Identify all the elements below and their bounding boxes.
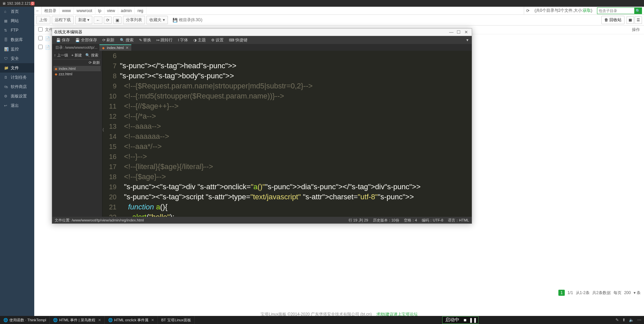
sidebar-item-退出[interactable]: ↩退出: [0, 101, 34, 110]
nav-back-button[interactable]: ←: [94, 16, 102, 24]
tab-close-icon[interactable]: ✕: [98, 318, 101, 322]
sidebar-label: FTP: [11, 28, 18, 33]
font-button[interactable]: I字体: [175, 37, 191, 43]
search-button[interactable]: 🔍: [634, 8, 642, 14]
tree-refresh-button[interactable]: ⟳ 刷新: [89, 60, 100, 65]
crumb-admin[interactable]: admin: [118, 7, 135, 15]
sidebar-label: 计划任务: [11, 75, 27, 80]
code-editor[interactable]: ⟨ 678910111213141516171819202122 "s-punc…: [102, 51, 472, 217]
tree-search-button[interactable]: 🔍 搜索: [85, 53, 98, 58]
replace-button[interactable]: ✎替换: [136, 37, 154, 43]
app-icon: BT: [161, 318, 166, 322]
close-button[interactable]: ✕: [462, 30, 470, 35]
crumb-www[interactable]: www: [59, 7, 74, 15]
tray-icon[interactable]: ⬆: [622, 318, 626, 322]
status-spaces[interactable]: 空格：4: [404, 218, 417, 223]
refresh-icon[interactable]: ⟳: [524, 7, 532, 14]
stop-recording-button[interactable]: ■: [463, 318, 467, 322]
new-button[interactable]: 新建 ▾: [75, 16, 92, 24]
dir-stats: (共0个目录与2个文件,大小:获取): [532, 8, 595, 13]
sidebar-item-网站[interactable]: ▦网站: [0, 16, 34, 26]
tab-close-icon[interactable]: ✕: [151, 318, 154, 322]
per-page-value[interactable]: 200: [624, 290, 631, 295]
crumb-view[interactable]: view: [104, 7, 118, 15]
taskbar-item[interactable]: 🌐使用函数 · ThinkTempl: [0, 316, 50, 324]
upload-button[interactable]: 上传: [36, 16, 50, 24]
tree-up-button[interactable]: ↑ 上一级: [54, 53, 68, 58]
font-icon: I: [178, 38, 179, 42]
crumb-tp[interactable]: tp: [95, 7, 104, 15]
tab-close-button[interactable]: ✕: [126, 46, 129, 50]
tray-icon[interactable]: 🔈: [629, 318, 634, 322]
menu-overflow-button[interactable]: ▾: [464, 38, 470, 42]
shortcut-button[interactable]: ⌨快捷键: [226, 37, 250, 43]
search-input[interactable]: [597, 8, 634, 14]
crumb-wwwroot[interactable]: wwwroot: [74, 7, 95, 15]
replace-icon: ✎: [139, 38, 142, 42]
file-tab[interactable]: ◆ index.html ✕: [99, 44, 131, 51]
sidebar-item-面板设置[interactable]: ⚙面板设置: [0, 91, 34, 101]
taskbar-item[interactable]: BT宝塔Linux面板: [158, 316, 194, 324]
back-button[interactable]: ←: [34, 7, 42, 14]
code-lines[interactable]: "s-punc"></"s-tag">head"s-punc">>"s-punc…: [120, 51, 472, 217]
goto-button[interactable]: ↦跳转行: [154, 37, 175, 43]
sidebar-item-计划任务[interactable]: 🗓计划任务: [0, 73, 34, 82]
view-list-button[interactable]: ☰: [635, 16, 642, 24]
editor-titlebar[interactable]: 在线文本编辑器 — ☐ ✕: [52, 29, 472, 36]
page-current[interactable]: 1: [558, 290, 565, 296]
sidebar-item-监控[interactable]: 📊监控: [0, 44, 34, 54]
tray-icon[interactable]: ⋯: [637, 318, 641, 322]
crumb-reg[interactable]: reg: [135, 7, 146, 15]
tray-icon[interactable]: ✎: [615, 318, 619, 322]
sidebar-label: 文件: [11, 65, 19, 71]
minimize-button[interactable]: —: [448, 30, 455, 35]
status-language[interactable]: 语言：HTML: [448, 218, 469, 223]
view-grid-button[interactable]: ▦: [627, 16, 634, 24]
save-button[interactable]: 💾保存: [53, 37, 73, 43]
nav-refresh-button[interactable]: ⟳: [104, 16, 112, 24]
sidebar-item-文件[interactable]: 📁文件: [0, 63, 34, 73]
status-cursor[interactable]: 行 19 ,列 29: [349, 218, 368, 223]
editor-title: 在线文本编辑器: [54, 29, 82, 35]
pause-recording-button[interactable]: ❚❚: [471, 318, 475, 322]
breadcrumb-row: ← 根目录 wwwwwwroottpviewadminreg ⟳ (共0个目录与…: [34, 7, 644, 15]
sidebar-icon: ▦: [4, 19, 9, 23]
tree-new-button[interactable]: + 新建: [72, 53, 82, 58]
terminal-button[interactable]: ▣: [113, 16, 122, 24]
remote-download-button[interactable]: 远程下载: [52, 16, 74, 24]
settings-button[interactable]: ⚙设置: [209, 37, 226, 43]
get-size-link[interactable]: 获取: [583, 8, 591, 13]
status-history[interactable]: 历史版本：10份: [373, 218, 399, 223]
favorites-button[interactable]: 收藏夹 ▾: [146, 16, 168, 24]
status-filepath: /www/wwwroot/tp/view/admin/reg/index.htm…: [72, 218, 144, 222]
theme-button[interactable]: ◑主题: [191, 37, 209, 43]
select-all-checkbox[interactable]: [38, 27, 43, 32]
row-checkbox[interactable]: [38, 45, 43, 49]
sidebar-item-数据库[interactable]: 🗄数据库: [0, 35, 34, 44]
file-icon: 📄: [45, 36, 50, 41]
refresh-button[interactable]: ⟳刷新: [100, 37, 117, 43]
sidebar-item-首页[interactable]: ⌂首页: [0, 7, 34, 16]
app-icon: 🌐: [3, 318, 8, 322]
maximize-button[interactable]: ☐: [455, 30, 462, 35]
sidebar-icon: 🗄: [4, 38, 9, 42]
sidebar-item-FTP[interactable]: ⇅FTP: [0, 26, 34, 35]
share-list-button[interactable]: 分享列表: [123, 16, 145, 24]
file-icon: ◆: [55, 72, 57, 76]
crumb-root[interactable]: 根目录: [42, 7, 59, 14]
status-encoding[interactable]: 编码：UTF-8: [422, 218, 443, 223]
sidebar-item-软件商店[interactable]: 🛍软件商店: [0, 82, 34, 91]
file-tree: ↑ 上一级 + 新建 🔍 搜索 ⟳ 刷新 ◆index.html◆zzz.htm…: [52, 51, 102, 217]
refresh-icon: ⟳: [102, 38, 105, 42]
taskbar-item[interactable]: 🌐HTML onclick 事件属✕: [105, 316, 158, 324]
taskbar-item[interactable]: 🌐HTML 事件 | 菜鸟教程✕: [50, 316, 105, 324]
sidebar-icon: 🛍: [4, 85, 9, 89]
search-button[interactable]: 🔍搜索: [117, 37, 136, 43]
tree-file-zzz.html[interactable]: ◆zzz.html: [53, 71, 101, 77]
save-all-button[interactable]: 💾全部保存: [73, 37, 100, 43]
tree-file-index.html[interactable]: ◆index.html: [53, 66, 101, 71]
sidebar-item-安全[interactable]: 🛡安全: [0, 54, 34, 63]
trash-button[interactable]: 🗑 回收站: [601, 16, 625, 24]
row-checkbox[interactable]: [38, 36, 43, 40]
notification-badge[interactable]: 0: [31, 2, 35, 5]
